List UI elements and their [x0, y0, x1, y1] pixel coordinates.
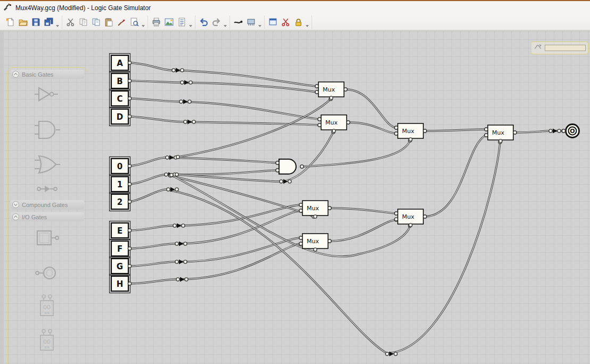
- connector-node[interactable]: [165, 173, 168, 176]
- connector-node[interactable]: [347, 121, 350, 124]
- toolbar-overflow-arrow[interactable]: [189, 25, 192, 27]
- wire[interactable]: [302, 140, 410, 167]
- connector-node[interactable]: [299, 236, 302, 239]
- preview-button[interactable]: [128, 16, 141, 29]
- connector-node[interactable]: [386, 352, 389, 355]
- wire[interactable]: [330, 220, 396, 241]
- redo-button[interactable]: [210, 16, 223, 29]
- connector-node[interactable]: [182, 224, 185, 227]
- connector-node[interactable]: [288, 180, 291, 183]
- cut-button[interactable]: [64, 16, 77, 29]
- connector-node[interactable]: [128, 164, 131, 168]
- wire-tool-button[interactable]: [232, 16, 244, 29]
- input-component-2[interactable]: 2: [110, 193, 132, 211]
- palette-item-binary-display[interactable]: 00BIN: [8, 294, 87, 319]
- connector-node[interactable]: [181, 69, 184, 72]
- connector-node[interactable]: [395, 126, 398, 129]
- connector-node[interactable]: [128, 61, 131, 64]
- palette-item-or-gate[interactable]: [8, 153, 87, 176]
- open-button[interactable]: [17, 16, 29, 29]
- wire[interactable]: [171, 175, 410, 257]
- connector-node[interactable]: [185, 278, 188, 281]
- input-component-B[interactable]: B: [110, 72, 132, 90]
- connector-node[interactable]: [423, 129, 427, 133]
- connector-node[interactable]: [170, 173, 173, 177]
- connector-node[interactable]: [189, 81, 192, 84]
- connector-node[interactable]: [173, 224, 176, 227]
- connector-node[interactable]: [166, 156, 169, 159]
- output-component-O[interactable]: O: [562, 125, 579, 138]
- wire[interactable]: [425, 135, 486, 217]
- connector-node[interactable]: [299, 203, 302, 206]
- wire[interactable]: [129, 158, 277, 166]
- connector-node[interactable]: [184, 260, 187, 263]
- connector-node[interactable]: [276, 161, 279, 164]
- wire[interactable]: [129, 205, 301, 230]
- mux-component-3[interactable]: Mux: [395, 123, 427, 141]
- connector-node[interactable]: [128, 97, 131, 100]
- connector-node[interactable]: [300, 165, 304, 168]
- connector-node[interactable]: [175, 173, 178, 176]
- connector-node[interactable]: [332, 129, 335, 133]
- and-gate-component[interactable]: [276, 159, 304, 174]
- palette-item-binary-display[interactable]: 00BIN: [8, 328, 87, 354]
- connector-node[interactable]: [128, 200, 131, 203]
- connector-node[interactable]: [128, 183, 131, 186]
- connector-node[interactable]: [562, 129, 565, 133]
- mux-component-2[interactable]: Mux: [318, 115, 350, 133]
- mux-component-7[interactable]: Mux: [395, 209, 427, 227]
- wire[interactable]: [330, 208, 396, 213]
- paste-button[interactable]: [102, 16, 115, 29]
- connector-node[interactable]: [549, 129, 552, 133]
- wire[interactable]: [129, 63, 317, 86]
- connector-node[interactable]: [188, 100, 191, 103]
- duplicate-button[interactable]: [89, 16, 102, 29]
- wire[interactable]: [129, 98, 319, 119]
- connector-node[interactable]: [175, 260, 178, 263]
- connector-node[interactable]: [280, 180, 283, 183]
- connector-node[interactable]: [394, 352, 397, 355]
- connector-node[interactable]: [181, 81, 184, 84]
- connector-node[interactable]: [558, 129, 561, 133]
- connector-node[interactable]: [128, 282, 131, 285]
- input-component-G[interactable]: G: [110, 257, 132, 276]
- connector-node[interactable]: [179, 100, 183, 103]
- format-brush-button[interactable]: [115, 16, 128, 29]
- connector-node[interactable]: [330, 96, 333, 100]
- connector-node[interactable]: [128, 264, 131, 268]
- connector-node[interactable]: [128, 247, 131, 250]
- connector-node[interactable]: [128, 79, 131, 82]
- connector-node[interactable]: [299, 242, 302, 245]
- save-button[interactable]: [29, 16, 42, 29]
- input-component-C[interactable]: C: [110, 89, 132, 108]
- connector-node[interactable]: [328, 239, 331, 243]
- section-collapse-button[interactable]: [12, 71, 19, 78]
- save-all-button[interactable]: [42, 16, 55, 29]
- connector-node[interactable]: [175, 242, 178, 245]
- connector-node[interactable]: [176, 278, 179, 281]
- connector-node[interactable]: [344, 88, 347, 91]
- export-image-button[interactable]: [162, 16, 175, 29]
- connector-node[interactable]: [172, 69, 175, 72]
- connector-node[interactable]: [423, 215, 427, 218]
- palette-item-wire-connector[interactable]: [8, 184, 87, 194]
- connector-node[interactable]: [299, 209, 302, 212]
- toolbar-overflow-arrow[interactable]: [258, 25, 261, 27]
- connector-node[interactable]: [128, 115, 131, 118]
- palette-item-buffer-gate[interactable]: [8, 84, 87, 105]
- print-button[interactable]: [150, 16, 162, 29]
- connector-node[interactable]: [192, 120, 195, 123]
- connector-node[interactable]: [276, 169, 279, 172]
- connector-node[interactable]: [184, 120, 187, 123]
- toolbar-overflow-arrow[interactable]: [224, 25, 227, 27]
- connector-node[interactable]: [409, 138, 412, 141]
- new-file-button[interactable]: [4, 16, 17, 29]
- input-component-H[interactable]: H: [110, 275, 132, 293]
- connector-node[interactable]: [315, 85, 318, 88]
- lock-button[interactable]: [292, 16, 305, 29]
- palette-item-output-led[interactable]: [8, 263, 87, 283]
- input-component-1[interactable]: 1: [110, 175, 132, 194]
- connector-node[interactable]: [315, 90, 318, 94]
- palette-item-input-box[interactable]: [8, 229, 87, 248]
- section-collapse-button[interactable]: [12, 201, 19, 208]
